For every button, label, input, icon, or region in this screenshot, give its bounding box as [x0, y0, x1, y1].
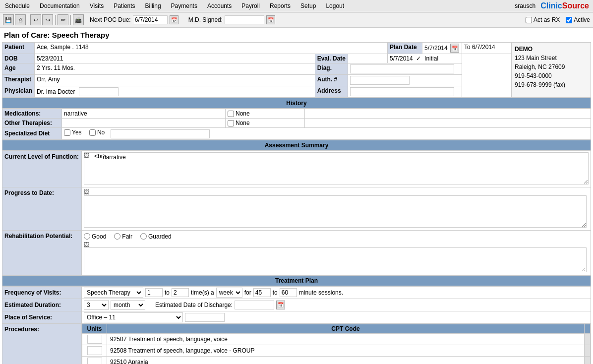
nav-documentation[interactable]: Documentation — [35, 1, 85, 11]
rehab-fair-label[interactable]: Fair — [114, 233, 132, 240]
frequency-row: Speech Therapy to time(s) a week for to — [84, 288, 589, 298]
clinic-phone: 919-543-0000 — [515, 71, 588, 80]
nav-payments[interactable]: Payments — [166, 1, 202, 11]
md-signed-calendar-button[interactable]: 📅 — [266, 15, 275, 24]
nav-setup[interactable]: Setup — [296, 1, 321, 11]
clinic-street: 123 Main Street — [515, 54, 588, 62]
main-container: Patient Ace, Sample . 1148 Plan Date 5/7… — [0, 42, 593, 364]
table-row: 92507 Treatment of speech, language, voi… — [82, 333, 591, 345]
nav-patients[interactable]: Patients — [109, 1, 140, 11]
diag-value[interactable] — [348, 63, 462, 75]
specialized-diet-input[interactable] — [111, 129, 210, 138]
proc-cpt-cell: 92507 Treatment of speech, language, voi… — [107, 333, 585, 345]
progress-textarea[interactable] — [84, 195, 587, 228]
other-therapies-none-label[interactable]: None — [228, 120, 302, 126]
freq-from-input[interactable] — [145, 288, 163, 297]
poc-due-calendar-button[interactable]: 📅 — [170, 15, 178, 24]
patient-value: Ace, Sample . 1148 — [35, 43, 388, 54]
edit-button[interactable]: ✏ — [58, 14, 68, 25]
freq-min2-input[interactable] — [280, 288, 297, 297]
toolbar-separator3 — [70, 15, 71, 25]
active-label[interactable]: Active — [566, 16, 590, 23]
yes-checkbox[interactable] — [64, 129, 70, 136]
yes-label[interactable]: Yes — [64, 129, 82, 136]
proc-units-input[interactable] — [87, 358, 102, 364]
current-level-text: narrative — [93, 154, 126, 161]
proc-units-cell — [82, 333, 107, 345]
current-level-value[interactable]: 🖼 <br> narrative — [82, 151, 591, 187]
proc-units-cell — [82, 345, 107, 356]
plan-date-calendar[interactable]: 📅 — [450, 44, 459, 53]
active-checkbox[interactable] — [566, 17, 572, 23]
estimated-duration-value: 3 month Estimated Date of Discharge: 📅 — [82, 299, 591, 311]
address-value[interactable] — [348, 86, 462, 98]
redo-button[interactable]: ↪ — [42, 14, 53, 25]
freq-to-input[interactable] — [172, 288, 189, 297]
print-button[interactable]: 🖨 — [15, 14, 26, 25]
other-therapies-label: Other Therapies: — [2, 119, 62, 128]
md-signed-label: M.D. Signed: — [188, 16, 223, 23]
freq-therapy-select[interactable]: Speech Therapy — [84, 288, 143, 298]
specialized-diet-label: Specialized Diet — [2, 128, 62, 140]
md-signed-input[interactable] — [225, 15, 264, 24]
nav-reports[interactable]: Reports — [265, 1, 296, 11]
place-of-service-input[interactable] — [185, 313, 225, 322]
cpt-header: CPT Code — [107, 324, 585, 333]
save-button[interactable]: 💾 — [3, 14, 14, 25]
medications-value[interactable]: narrative — [62, 109, 226, 119]
rehab-good-radio[interactable] — [84, 233, 90, 240]
act-as-rx-label[interactable]: Act as RX — [526, 16, 560, 23]
other-therapies-none-checkbox[interactable] — [228, 120, 234, 126]
freq-times-label: time(s) a — [191, 289, 214, 296]
proc-units-input[interactable] — [87, 335, 102, 344]
nav-payroll[interactable]: Payroll — [237, 1, 265, 11]
no-label[interactable]: No — [89, 129, 105, 136]
username: srausch — [515, 2, 535, 9]
auth-label: Auth. # — [315, 75, 348, 86]
proc-units-input[interactable] — [87, 346, 102, 355]
other-therapies-value[interactable] — [62, 119, 226, 128]
rehab-narrative-icon: 🖼 — [84, 242, 589, 247]
fax-button[interactable]: 📠 — [73, 14, 84, 25]
nav-logout[interactable]: Logout — [321, 1, 349, 11]
rehab-guarded-label[interactable]: Guarded — [140, 233, 172, 240]
frequency-value: Speech Therapy to time(s) a week for to — [82, 286, 591, 299]
poc-due-date-input[interactable] — [133, 15, 168, 24]
est-dur-unit-select[interactable]: month — [111, 300, 145, 310]
act-as-rx-text: Act as RX — [534, 16, 560, 23]
no-checkbox[interactable] — [89, 129, 96, 136]
nav-visits[interactable]: Visits — [85, 1, 109, 11]
nav-billing[interactable]: Billing — [140, 1, 166, 11]
undo-button[interactable]: ↩ — [30, 14, 41, 25]
rehab-textarea[interactable] — [84, 247, 587, 272]
current-level-textarea[interactable]: <br> — [84, 152, 589, 184]
auth-value[interactable] — [348, 75, 462, 86]
patient-info-table: Patient Ace, Sample . 1148 Plan Date 5/7… — [2, 42, 591, 98]
physician-input[interactable] — [79, 87, 119, 96]
procedures-value: Units CPT Code 92507 Treatment of speech… — [82, 323, 591, 364]
rehab-good-label[interactable]: Good — [84, 233, 106, 240]
est-discharge-calendar[interactable]: 📅 — [276, 301, 285, 309]
medications-none-label[interactable]: None — [228, 110, 302, 117]
nav-accounts[interactable]: Accounts — [202, 1, 237, 11]
medications-none-checkbox[interactable] — [228, 111, 234, 117]
eval-date-with-initial: 5/7/2014 ✓ Initial — [388, 54, 462, 63]
progress-icon: 🖼 — [84, 189, 89, 195]
est-discharge-input[interactable] — [235, 301, 274, 309]
place-of-service-select[interactable]: Office – 11 — [84, 312, 183, 322]
act-as-rx-checkbox[interactable] — [526, 17, 532, 23]
est-dur-num-select[interactable]: 3 — [84, 300, 109, 310]
rehab-fair-radio[interactable] — [114, 233, 120, 240]
medications-right — [305, 109, 591, 119]
rehab-label: Rehabilitation Potential: — [2, 230, 82, 275]
place-row: Office – 11 — [84, 312, 589, 322]
freq-period-select[interactable]: week — [216, 288, 242, 298]
freq-min1-input[interactable] — [253, 288, 271, 297]
rehab-guarded-radio[interactable] — [140, 233, 147, 240]
patient-label: Patient — [2, 43, 35, 54]
progress-value[interactable]: 🖼 — [82, 187, 591, 230]
assessment-table: Current Level of Function: 🖼 <br> narrat… — [2, 151, 591, 275]
therapist-value: Orr, Amy — [35, 75, 315, 86]
nav-schedule[interactable]: Schedule — [0, 1, 35, 11]
units-header: Units — [82, 324, 107, 333]
